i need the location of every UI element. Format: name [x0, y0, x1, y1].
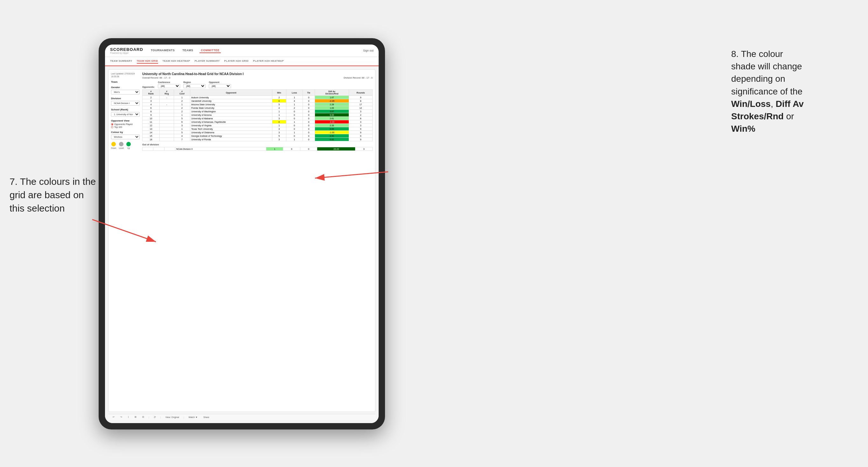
cell-tie: 0 [303, 124, 315, 127]
subnav-team-summary[interactable]: TEAM SUMMARY [110, 59, 132, 64]
table-row: 2-1Auburn University2101.679 [143, 96, 373, 99]
cell-opponent: Florida State University [190, 106, 272, 110]
table-row: 116University of Arkansas, Fayetteville0… [143, 120, 373, 124]
cell-rank: 15 [143, 134, 160, 138]
opponent-filter-select[interactable]: (All) [209, 84, 231, 88]
subnav-player-summary[interactable]: PLAYER SUMMARY [194, 59, 220, 64]
ood-rank [143, 147, 153, 151]
out-of-division-table: NCAA Division II 1 0 0 26.00 3 [142, 147, 373, 151]
region-filter-label: Region [183, 81, 206, 83]
division-select[interactable]: NCAA Division I [111, 101, 140, 105]
prev-btn[interactable]: ⟨ [127, 415, 130, 418]
cell-reg [159, 124, 174, 127]
legend-dot-up [126, 142, 131, 146]
legend-row: Down Level Up [111, 142, 140, 149]
cell-win: 2 [272, 96, 286, 99]
cell-conf: 2 [174, 110, 190, 113]
region-filter-group: Region (All) [183, 81, 206, 88]
nav-teams[interactable]: TEAMS [181, 48, 194, 53]
cell-rank: 11 [143, 120, 160, 124]
cell-reg [159, 131, 174, 134]
cell-conf: 5 [174, 131, 190, 134]
cell-rank: 14 [143, 131, 160, 134]
legend-down: Down [111, 142, 117, 149]
cell-diff: 5.56 [315, 127, 349, 131]
cell-rank: 2 [143, 96, 160, 99]
cell-win: 3 [272, 131, 286, 134]
cell-tie: 0 [303, 103, 315, 106]
opponents-label: Opponents: [142, 86, 155, 88]
table-row: 123University of Virginia1002.333 [143, 124, 373, 127]
table-row: 105University of Alabama3002.618 [143, 117, 373, 120]
watch-btn[interactable]: Watch ▼ [187, 416, 199, 418]
cell-tie: 0 [303, 138, 315, 141]
annotation-right: 8. The colour shade will change dependin… [731, 48, 849, 135]
bottom-toolbar: ↩ ↪ ⟨ ⊞ ⊟ | ⏱ | View: Original | Watch ▼… [108, 414, 375, 420]
cell-win: 0 [272, 99, 286, 103]
cell-tie: 0 [303, 99, 315, 103]
cell-diff: -1.00 [315, 131, 349, 134]
cell-conf: 2 [174, 99, 190, 103]
cell-win: 3 [272, 138, 286, 141]
app-logo-sub: Powered by clippd [110, 52, 143, 54]
cell-tie: 0 [303, 110, 315, 113]
cell-opponent: Texas Tech University [190, 127, 272, 131]
cell-conf: 7 [174, 138, 190, 141]
cell-tie: 0 [303, 127, 315, 131]
conference-filter-label: Conference [158, 81, 180, 83]
region-filter-select[interactable]: (All) [183, 84, 206, 88]
subnav-player-h2h-heatmap[interactable]: PLAYER H2H HEATMAP [253, 59, 284, 64]
grid-panel: Last Updated: 27/03/2024 16:55:38 Team G… [108, 69, 375, 412]
cell-loss: 0 [286, 113, 303, 117]
view-original-btn[interactable]: View: Original [164, 416, 180, 418]
share-btn[interactable]: Share [202, 416, 211, 418]
cell-rounds: 9 [349, 138, 373, 141]
legend-label-down: Down [111, 147, 117, 149]
subnav-team-h2h-grid[interactable]: TEAM H2H GRID [137, 59, 158, 64]
col-rounds: Rounds [349, 90, 373, 96]
division-label: Division [111, 97, 140, 100]
cell-loss: 0 [286, 134, 303, 138]
col-tie: Tie [303, 90, 315, 96]
cell-loss: 0 [286, 124, 303, 127]
cell-reg [159, 99, 174, 103]
toolbar-icon1[interactable]: ⊞ [133, 415, 138, 418]
cell-win: 3 [272, 127, 286, 131]
radio-opponents-played[interactable]: Opponents Played [111, 123, 140, 125]
nav-tournaments[interactable]: TOURNAMENTS [150, 48, 176, 53]
cell-loss: 1 [286, 96, 303, 99]
cell-tie: 0 [303, 131, 315, 134]
nav-committee[interactable]: COMMITTEE [199, 48, 221, 53]
opponents-filter-group: Opponents: [142, 86, 155, 88]
table-row: 131Texas Tech University3005.569 [143, 127, 373, 131]
conference-filter-select[interactable]: (All) [158, 84, 180, 88]
school-select[interactable]: 1. University of Nort... [111, 112, 140, 117]
team-section: Team [111, 81, 140, 83]
cell-diff: -2.29 [315, 99, 349, 103]
subnav-team-h2h-heatmap[interactable]: TEAM H2H HEATMAP [163, 59, 190, 64]
cell-tie: 0 [303, 113, 315, 117]
cell-loss: 1 [286, 131, 303, 134]
redo-btn[interactable]: ↪ [119, 415, 123, 418]
ood-conf [164, 147, 175, 151]
school-label: School (Rank) [111, 108, 140, 111]
clock-btn[interactable]: ⏱ [152, 416, 157, 418]
undo-btn[interactable]: ↩ [111, 415, 116, 418]
cell-loss: 1 [286, 138, 303, 141]
cell-reg [159, 120, 174, 124]
radio-top100[interactable]: Top 100 [111, 126, 140, 128]
filter-row: Opponents: Conference (All) Region (All) [142, 81, 373, 88]
cell-reg: - [159, 96, 174, 99]
cell-rank: 9 [143, 113, 160, 117]
toolbar-icon2[interactable]: ⊟ [141, 415, 146, 418]
sub-nav: TEAM SUMMARY TEAM H2H GRID TEAM H2H HEAT… [105, 57, 379, 66]
h2h-table: #Rank #Reg #Conf Opponent Win Loss Tie D… [142, 89, 373, 141]
colour-by-select[interactable]: Win/loss [111, 134, 140, 139]
subnav-player-h2h-grid[interactable]: PLAYER H2H GRID [224, 59, 249, 64]
sign-out-link[interactable]: Sign out [363, 49, 374, 52]
gender-select[interactable]: Men's [111, 90, 140, 94]
cell-rounds: 9 [349, 131, 373, 134]
gender-label: Gender [111, 86, 140, 89]
cell-win: 5 [272, 134, 286, 138]
main-nav: TOURNAMENTS TEAMS COMMITTEE [150, 48, 357, 53]
